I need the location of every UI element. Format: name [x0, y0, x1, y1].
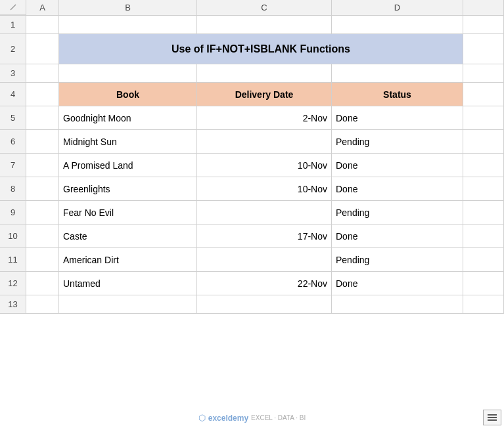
cell-e9[interactable] [463, 201, 504, 225]
cell-a10[interactable] [26, 225, 59, 248]
cell-c1[interactable] [197, 16, 332, 34]
row-header-10[interactable]: 10 [0, 225, 26, 248]
cell-d1[interactable] [332, 16, 463, 34]
cell-b5-book[interactable]: Goodnight Moon [59, 106, 197, 130]
cell-b7-book[interactable]: A Promised Land [59, 154, 197, 177]
row-header-3[interactable]: 3 [0, 64, 26, 83]
cell-b9-book[interactable]: Fear No Evil [59, 201, 197, 225]
cell-a9[interactable] [26, 201, 59, 225]
cell-c8-date[interactable]: 10-Nov [197, 177, 332, 201]
cell-a5[interactable] [26, 106, 59, 130]
cell-e7[interactable] [463, 154, 504, 177]
corner-cell [0, 0, 26, 15]
cell-d10-status[interactable]: Done [332, 225, 463, 248]
cell-c3[interactable] [197, 64, 332, 83]
cell-d5-status[interactable]: Done [332, 106, 463, 130]
cell-b8-book[interactable]: Greenlights [59, 177, 197, 201]
cell-b3[interactable] [59, 64, 197, 83]
cell-b12-book[interactable]: Untamed [59, 272, 197, 295]
title-cell[interactable]: Use of IF+NOT+ISBLANK Functions [59, 34, 463, 64]
table-row: American Dirt Pending [26, 248, 504, 272]
cell-e5[interactable] [463, 106, 504, 130]
scroll-line-1 [488, 414, 497, 416]
table-row: Caste 17-Nov Done [26, 225, 504, 248]
table-row: Book Delivery Date Status [26, 83, 504, 106]
row-header-13[interactable]: 13 [0, 295, 26, 314]
cell-e4[interactable] [463, 83, 504, 106]
cell-e8[interactable] [463, 177, 504, 201]
row-header-2[interactable]: 2 [0, 34, 26, 64]
cell-d11-status[interactable]: Pending [332, 248, 463, 272]
row-header-1[interactable]: 1 [0, 16, 26, 34]
cell-b6-book[interactable]: Midnight Sun [59, 130, 197, 154]
scroll-indicator[interactable] [483, 410, 501, 425]
cell-b1[interactable] [59, 16, 197, 34]
footer-brand: exceldemy [208, 414, 248, 423]
cell-a7[interactable] [26, 154, 59, 177]
row-header-7[interactable]: 7 [0, 154, 26, 177]
cell-a11[interactable] [26, 248, 59, 272]
row-header-5[interactable]: 5 [0, 106, 26, 130]
cell-e13[interactable] [463, 295, 504, 314]
row-header-6[interactable]: 6 [0, 130, 26, 154]
cell-e3[interactable] [463, 64, 504, 83]
footer-watermark: ⬡ exceldemy EXCEL · DATA · BI [0, 413, 504, 423]
cell-a12[interactable] [26, 272, 59, 295]
cell-b13[interactable] [59, 295, 197, 314]
cell-e6[interactable] [463, 130, 504, 154]
cell-c7-date[interactable]: 10-Nov [197, 154, 332, 177]
cell-a13[interactable] [26, 295, 59, 314]
cell-d3[interactable] [332, 64, 463, 83]
col-header-b[interactable]: B [59, 0, 197, 15]
cell-a6[interactable] [26, 130, 59, 154]
cell-b11-book[interactable]: American Dirt [59, 248, 197, 272]
cell-e12[interactable] [463, 272, 504, 295]
cell-d4-status-header[interactable]: Status [332, 83, 463, 106]
cell-a1[interactable] [26, 16, 59, 34]
cell-c13[interactable] [197, 295, 332, 314]
cell-c11-date[interactable] [197, 248, 332, 272]
row-header-9[interactable]: 9 [0, 201, 26, 225]
cell-d12-status[interactable]: Done [332, 272, 463, 295]
cell-b4-book-header[interactable]: Book [59, 83, 197, 106]
table-row: Greenlights 10-Nov Done [26, 177, 504, 201]
scroll-line-2 [488, 417, 497, 418]
table-row [26, 64, 504, 83]
cell-c10-date[interactable]: 17-Nov [197, 225, 332, 248]
grid-cells: Use of IF+NOT+ISBLANK Functions Book Del… [26, 16, 504, 314]
cell-d8-status[interactable]: Done [332, 177, 463, 201]
cell-d7-status[interactable]: Done [332, 154, 463, 177]
grid-body: 1 2 3 4 5 6 7 8 9 10 11 12 13 [0, 16, 504, 314]
cell-d13[interactable] [332, 295, 463, 314]
col-header-a[interactable]: A [26, 0, 59, 15]
cell-c5-date[interactable]: 2-Nov [197, 106, 332, 130]
cell-d6-status[interactable]: Pending [332, 130, 463, 154]
cell-e11[interactable] [463, 248, 504, 272]
row-header-12[interactable]: 12 [0, 272, 26, 295]
row-header-8[interactable]: 8 [0, 177, 26, 201]
cell-a2[interactable] [26, 34, 59, 64]
footer-logo-icon: ⬡ [198, 413, 206, 423]
col-header-c[interactable]: C [197, 0, 332, 15]
table-row: Use of IF+NOT+ISBLANK Functions [26, 34, 504, 64]
col-header-e[interactable] [463, 0, 504, 15]
row-header-11[interactable]: 11 [0, 248, 26, 272]
cell-a3[interactable] [26, 64, 59, 83]
cell-d9-status[interactable]: Pending [332, 201, 463, 225]
cell-b10-book[interactable]: Caste [59, 225, 197, 248]
col-header-d[interactable]: D [332, 0, 463, 15]
cell-c6-date[interactable] [197, 130, 332, 154]
cell-c4-date-header[interactable]: Delivery Date [197, 83, 332, 106]
cell-e10[interactable] [463, 225, 504, 248]
table-row: Goodnight Moon 2-Nov Done [26, 106, 504, 130]
cell-a8[interactable] [26, 177, 59, 201]
cell-c12-date[interactable]: 22-Nov [197, 272, 332, 295]
table-row [26, 295, 504, 314]
cell-a4[interactable] [26, 83, 59, 106]
cell-e1[interactable] [463, 16, 504, 34]
spreadsheet: A B C D 1 2 3 4 5 6 7 8 9 10 11 12 13 [0, 0, 504, 428]
cell-e2[interactable] [463, 34, 504, 64]
scroll-line-3 [488, 419, 497, 421]
cell-c9-date[interactable] [197, 201, 332, 225]
row-header-4[interactable]: 4 [0, 83, 26, 106]
